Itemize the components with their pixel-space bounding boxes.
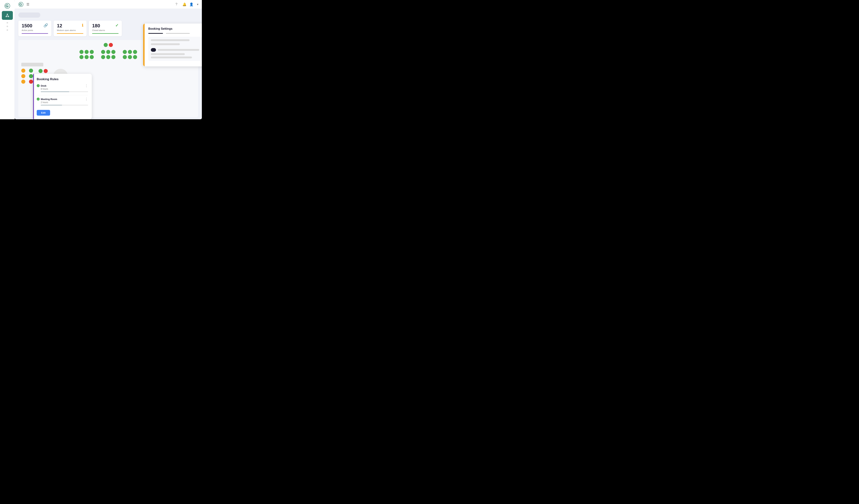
- dot-cb2: [44, 69, 48, 73]
- link-icon: 🔗: [44, 23, 48, 28]
- stat-card-header-2: 12 ℹ: [57, 23, 83, 28]
- stat-label-medium-alarms: Medium open alarms: [57, 29, 83, 31]
- settings-toggle-line-1: [158, 49, 199, 51]
- dot-g18: [133, 55, 137, 59]
- stat-card-header: 1500 🔗: [22, 23, 48, 28]
- booking-rule-desk-name-row: ✓ Desk: [37, 84, 46, 87]
- dot-m2: [29, 74, 33, 78]
- dot-g5: [85, 55, 89, 59]
- desk-check-icon: ✓: [37, 84, 40, 87]
- desk-more-options-icon[interactable]: ⋮: [85, 84, 88, 87]
- booking-rule-meeting-room-header: ✓ Meeting Room ⋮: [37, 97, 88, 101]
- navbar: ☰ ? 🔔 👤 ▼: [15, 0, 202, 9]
- navbar-logo: [18, 1, 24, 8]
- desk-name: Desk: [41, 85, 46, 87]
- stat-number-closed-alarms: 180: [92, 23, 100, 28]
- stat-label-closed-alarms: Closed alarms: [92, 29, 119, 31]
- booking-settings-inner: Booking Settings: [145, 24, 202, 66]
- dot-g16: [123, 55, 127, 59]
- meeting-room-name: Meeting Room: [41, 98, 57, 101]
- user-icon[interactable]: 👤: [190, 2, 193, 6]
- svg-line-4: [6, 15, 7, 16]
- stat-number-medium-alarms: 12: [57, 23, 62, 28]
- desk-dot-green-1: [104, 43, 108, 47]
- settings-tab-1[interactable]: [148, 33, 163, 34]
- settings-section: [148, 37, 202, 61]
- settings-placeholder-line-3: [151, 53, 185, 55]
- app-container: ☰ ? 🔔 👤 ▼ 1500 🔗 Active points: [15, 0, 202, 119]
- dot-g2: [85, 50, 89, 54]
- dot-m1: [29, 68, 33, 73]
- settings-placeholder-line-1: [151, 39, 190, 41]
- stat-label-active-points: Active points: [22, 29, 48, 31]
- main-content: 1500 🔗 Active points 12 ℹ Medium open al…: [15, 9, 202, 119]
- section-label-placeholder: [21, 63, 43, 66]
- stat-bar-closed-alarms: [92, 33, 119, 34]
- settings-placeholder-line-4: [151, 57, 192, 58]
- settings-toggle-label-area: [158, 49, 199, 51]
- dot-g12: [111, 55, 116, 59]
- desk-hours: 8 hours: [41, 88, 88, 90]
- room-group-2-1: [79, 50, 94, 59]
- room-group-top: [104, 43, 113, 47]
- dot-o2: [21, 74, 25, 78]
- dot-m3: [29, 80, 33, 84]
- hamburger-menu-icon[interactable]: ☰: [27, 2, 29, 6]
- meeting-room-check-icon: ✓: [37, 97, 40, 101]
- stat-card-closed-alarms[interactable]: 180 ✓ Closed alarms: [89, 20, 122, 36]
- stat-number-active-points: 1500: [22, 23, 32, 28]
- bell-icon[interactable]: 🔔: [182, 2, 186, 6]
- meeting-room-rule-bar-fill: [41, 105, 62, 106]
- meeting-room-rule-bar: [41, 105, 88, 106]
- dot-cb1: [39, 69, 43, 73]
- settings-placeholder-line-2: [151, 43, 180, 45]
- navbar-actions: ? 🔔 👤 ▼: [176, 2, 199, 6]
- dot-o3: [21, 80, 25, 84]
- room-group-orange: [21, 68, 25, 84]
- dot-g10: [101, 55, 105, 59]
- navbar-logo-icon: [18, 2, 24, 7]
- booking-rule-desk: ✓ Desk ⋮ 8 hours: [37, 84, 88, 92]
- settings-toggle-switch[interactable]: [151, 48, 156, 52]
- sidebar-dot-1: [6, 22, 8, 24]
- help-icon[interactable]: ?: [176, 2, 180, 6]
- svg-line-5: [7, 15, 9, 16]
- granlund-logo-icon: [4, 3, 10, 9]
- checkmark-icon: ✓: [115, 23, 119, 28]
- edit-button[interactable]: Edit: [37, 110, 50, 116]
- dot-g8: [106, 50, 110, 54]
- stat-card-medium-alarms[interactable]: 12 ℹ Medium open alarms: [54, 20, 87, 36]
- desk-rule-bar-fill: [41, 91, 69, 92]
- stat-bar-active-points: [22, 33, 48, 34]
- svg-point-1: [7, 14, 8, 15]
- stat-card-header-3: 180 ✓: [92, 23, 119, 28]
- sidebar-dot-2: [6, 26, 8, 27]
- dot-g3: [90, 50, 94, 54]
- settings-tab-2[interactable]: [166, 33, 190, 34]
- booking-rules-panel: Booking Rules ✓ Desk ⋮ 8 hours: [33, 74, 92, 119]
- dropdown-chevron-icon[interactable]: ▼: [196, 3, 199, 6]
- desk-rule-bar: [41, 91, 88, 92]
- booking-rules-title: Booking Rules: [37, 77, 88, 81]
- floor-row-3-left: [21, 68, 33, 84]
- network-icon: [5, 13, 9, 17]
- dot-g6: [90, 55, 94, 59]
- dot-g7: [101, 50, 105, 54]
- dot-g15: [133, 50, 137, 54]
- meeting-room-more-options-icon[interactable]: ⋮: [85, 97, 88, 101]
- room-group-2-3: [123, 50, 137, 59]
- booking-rule-meeting-room: ✓ Meeting Room ⋮ 2 hours: [37, 97, 88, 106]
- dot-g4: [79, 55, 84, 59]
- desk-dot-red-1: [109, 43, 113, 47]
- meeting-room-hours: 2 hours: [41, 101, 88, 104]
- search-bar-placeholder: [18, 13, 40, 18]
- settings-toggle-row: [151, 48, 199, 52]
- sidebar-logo: [0, 1, 15, 10]
- room-group-2-2: [101, 50, 116, 59]
- stat-card-active-points[interactable]: 1500 🔗 Active points: [18, 20, 51, 36]
- sidebar-item-network[interactable]: [2, 11, 13, 20]
- booking-settings-panel: Booking Settings: [143, 24, 202, 66]
- booking-rule-meeting-room-name-row: ✓ Meeting Room: [37, 97, 57, 101]
- dot-g9: [111, 50, 116, 54]
- settings-tab-row: [148, 33, 202, 34]
